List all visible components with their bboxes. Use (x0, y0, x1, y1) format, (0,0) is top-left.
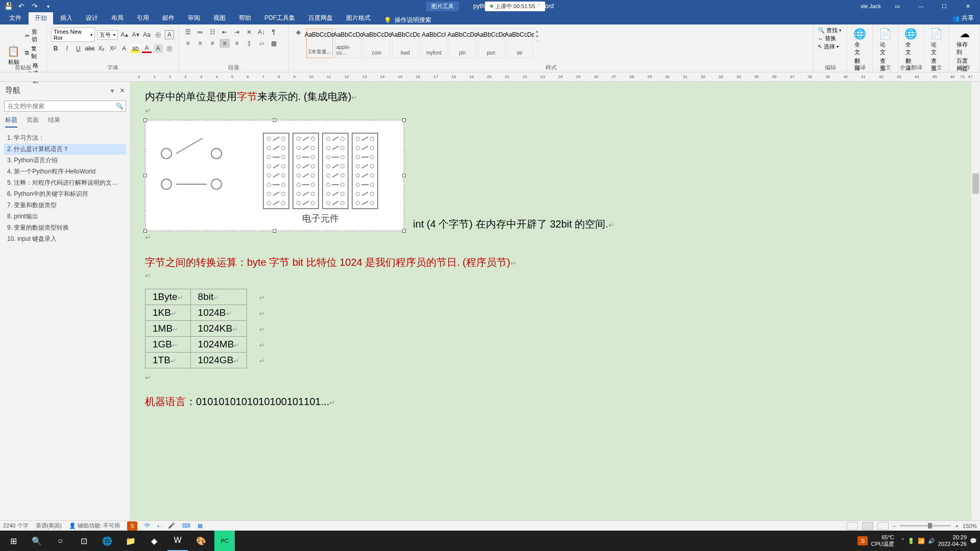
show-marks-icon[interactable]: ¶ (268, 28, 279, 37)
style-item[interactable]: AaBbCcDcpun (478, 29, 504, 58)
scroll-thumb[interactable] (972, 173, 979, 194)
subscript-icon[interactable]: X₂ (97, 44, 106, 53)
resize-handle[interactable] (143, 229, 147, 233)
grow-font-icon[interactable]: A▴ (120, 30, 129, 39)
nav-tab-headings[interactable]: 标题 (5, 116, 17, 128)
font-size-combo[interactable]: 五号▾ (97, 30, 118, 40)
share-button[interactable]: 👥 共享 (946, 12, 980, 24)
qat-more-icon[interactable]: ▾ (43, 1, 53, 11)
align-right-icon[interactable]: ≡ (207, 39, 217, 48)
redo-icon[interactable]: ↷ (30, 1, 40, 11)
styles-more-icon[interactable]: ▴▾⋯ (535, 29, 542, 44)
search-icon[interactable]: 🔍 (113, 101, 126, 111)
edge-icon[interactable]: 🌐 (97, 531, 117, 551)
nav-heading-item[interactable]: 7. 变量和数据类型 (4, 200, 126, 211)
minimize-icon[interactable]: — (910, 0, 932, 12)
char-shading-icon[interactable]: A (154, 44, 163, 53)
maximize-icon[interactable]: ☐ (933, 0, 955, 12)
strike-icon[interactable]: abc (85, 44, 94, 53)
resize-handle[interactable] (402, 229, 406, 233)
superscript-icon[interactable]: X² (108, 44, 117, 53)
save-icon[interactable]: 💾 (3, 1, 13, 11)
close-icon[interactable]: ✕ (957, 0, 979, 12)
ime-sogou-icon[interactable]: S (127, 521, 137, 531)
char-border-icon[interactable]: A (165, 30, 174, 39)
borders-icon[interactable]: ▦ (268, 39, 279, 48)
nav-search-box[interactable]: 🔍 (4, 101, 126, 112)
asian-layout-icon[interactable]: ✕ (244, 28, 254, 37)
shading-icon[interactable]: ▱ (256, 39, 266, 48)
sort-icon[interactable]: A↓ (256, 28, 266, 37)
ime-keyboard-icon[interactable]: ⌨ (182, 522, 190, 529)
resize-handle[interactable] (273, 118, 277, 122)
tab-picture-format[interactable]: 图片格式 (340, 12, 377, 24)
nav-heading-item[interactable]: 5. 注释：对程序代码进行解释说明的文字。 (4, 178, 126, 188)
battery-icon[interactable]: 🔋 (908, 538, 915, 544)
undo-icon[interactable]: ↶ (16, 1, 27, 11)
style-item[interactable]: AaBbCcDcapple-co... (335, 29, 361, 58)
select-button[interactable]: ↖选择▾ (818, 43, 843, 51)
nav-heading-item[interactable]: 10. input 键盘录入 (4, 234, 126, 244)
tray-chevron-icon[interactable]: ˄ (901, 538, 904, 544)
nav-heading-item[interactable]: 6. Python中的关键字和标识符 (4, 189, 126, 199)
align-left-icon[interactable]: ≡ (183, 39, 193, 48)
read-mode-icon[interactable] (847, 522, 858, 530)
replace-button[interactable]: ↔替换 (818, 35, 843, 42)
tell-me-search[interactable]: 💡 操作说明搜索 (384, 16, 431, 24)
nav-heading-item[interactable]: 9. 变量的数据类型转换 (4, 222, 126, 233)
ime-punct-icon[interactable]: •, (157, 523, 161, 529)
nav-heading-item[interactable]: 4. 第一个Python程序-HelloWorld (4, 166, 126, 177)
font-name-combo[interactable]: Times New Ror▾ (51, 28, 95, 42)
find-button[interactable]: 🔍查找▾ (818, 27, 843, 34)
wifi-icon[interactable]: 📶 (918, 538, 925, 544)
tab-file[interactable]: 文件 (3, 12, 28, 24)
change-case-icon[interactable]: Aa (142, 30, 152, 39)
bullets-icon[interactable]: ☰ (183, 28, 193, 37)
tab-design[interactable]: 设计 (80, 12, 104, 24)
explorer-icon[interactable]: 📁 (120, 531, 141, 551)
style-item[interactable]: AaBbCcImyfont (421, 29, 447, 58)
word-taskbar-icon[interactable]: W (167, 531, 188, 551)
tab-layout[interactable]: 布局 (105, 12, 130, 24)
resize-handle[interactable] (402, 118, 406, 122)
increase-indent-icon[interactable]: ⇥ (232, 28, 242, 37)
style-item[interactable]: AaBbCcDccom (363, 29, 390, 58)
paint-icon[interactable]: 🎨 (191, 531, 211, 551)
nav-tab-pages[interactable]: 页面 (27, 116, 39, 128)
horizontal-ruler[interactable]: 2112345678910111213141516171819202122232… (0, 72, 980, 82)
system-clock[interactable]: 20:29 2022-04-26 (938, 534, 967, 547)
cut-button[interactable]: ✂剪切 (23, 28, 42, 44)
nav-heading-item[interactable]: 1. 学习方法： (4, 133, 126, 143)
notifications-icon[interactable]: 💬 (970, 538, 977, 544)
ime-lang-icon[interactable]: 中 (144, 522, 150, 530)
tab-insert[interactable]: 插入 (54, 12, 79, 24)
tab-review[interactable]: 审阅 (182, 12, 206, 24)
web-layout-icon[interactable] (877, 522, 889, 530)
start-icon[interactable]: ⊞ (3, 531, 23, 551)
resize-handle[interactable] (143, 174, 147, 178)
nav-tab-results[interactable]: 结果 (48, 116, 60, 128)
ime-tray-icon[interactable]: S (857, 536, 868, 545)
zoom-out-icon[interactable]: − (893, 523, 896, 529)
cortana-icon[interactable]: ○ (50, 531, 70, 551)
pin-icon[interactable]: ▾ (111, 87, 114, 94)
tab-baidu[interactable]: 百度网盘 (302, 12, 339, 24)
style-item[interactable]: AaBbCcDcstr (506, 29, 533, 58)
nav-heading-item[interactable]: 2. 什么是计算机语言？ (4, 144, 126, 155)
search-taskbar-icon[interactable]: 🔍 (27, 531, 47, 551)
style-item[interactable]: AaBbCcDckwd (392, 29, 419, 58)
enclose-char-icon[interactable]: ㊐ (165, 44, 174, 53)
zoom-thumb[interactable] (928, 523, 932, 529)
resize-handle[interactable] (143, 118, 147, 122)
pycharm-icon[interactable]: PC (214, 531, 235, 551)
shrink-font-icon[interactable]: A▾ (131, 30, 140, 39)
justify-icon[interactable]: ≡ (219, 39, 230, 48)
tab-mailings[interactable]: 邮件 (156, 12, 181, 24)
ribbon-options-icon[interactable]: ▭ (886, 0, 909, 12)
class-status-badge[interactable]: 上课中 00:51:55 ˄ (485, 2, 545, 11)
decrease-indent-icon[interactable]: ⇤ (219, 28, 230, 37)
nav-heading-item[interactable]: 8. print输出 (4, 211, 126, 222)
print-layout-icon[interactable] (862, 522, 873, 530)
text-effects-icon[interactable]: A (119, 44, 129, 53)
distribute-icon[interactable]: ≡ (232, 39, 242, 48)
